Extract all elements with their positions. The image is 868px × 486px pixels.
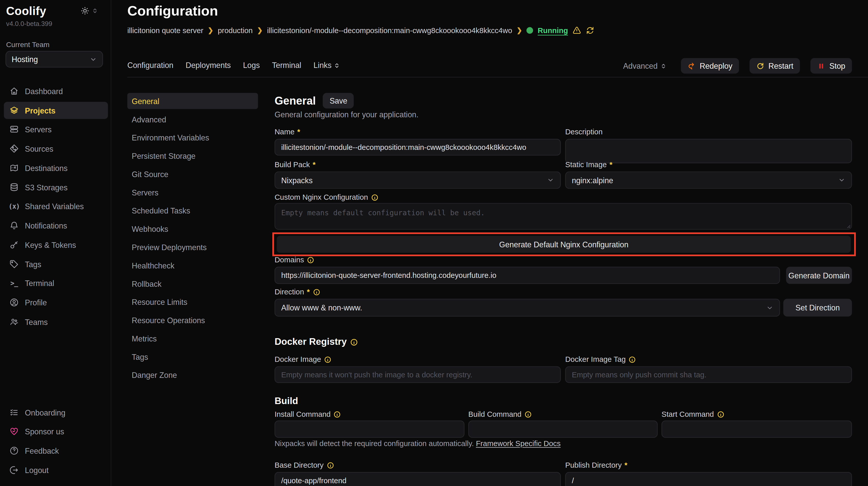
stop-button[interactable]: Stop [810, 58, 852, 73]
database-icon [9, 183, 19, 192]
subnav-item-resource-operations[interactable]: Resource Operations [127, 312, 258, 328]
sidebar-item-logout[interactable]: Logout [4, 461, 108, 479]
chevron-updown-icon [660, 63, 666, 69]
generate-nginx-config-button[interactable]: Generate Default Nginx Configuration [277, 236, 851, 253]
build-command-label: Build Command [468, 410, 532, 418]
sun-icon[interactable] [81, 7, 89, 15]
tab-links[interactable]: Links [313, 61, 340, 70]
sidebar-item-destinations[interactable]: Destinations [4, 159, 108, 176]
breadcrumb-project[interactable]: illicitonion quote server [127, 26, 204, 35]
warning-icon[interactable] [572, 26, 581, 35]
subnav-item-resource-limits[interactable]: Resource Limits [127, 294, 258, 310]
subnav-item-persistent-storage[interactable]: Persistent Storage [127, 148, 258, 164]
static-image-select[interactable]: nginx:alpine [565, 171, 852, 189]
app-version: v4.0.0-beta.399 [6, 20, 52, 28]
sidebar-item-keys-tokens[interactable]: Keys & Tokens [4, 236, 108, 253]
info-icon[interactable] [313, 288, 320, 296]
build-command-input[interactable] [468, 421, 658, 438]
subnav-item-scheduled-tasks[interactable]: Scheduled Tasks [127, 202, 258, 219]
info-icon[interactable] [371, 193, 378, 201]
build-pack-select[interactable]: Nixpacks [275, 171, 561, 189]
subnav-item-webhooks[interactable]: Webhooks [127, 221, 258, 237]
sidebar-item-sponsor[interactable]: Sponsor us [4, 423, 108, 440]
publish-directory-input[interactable] [565, 472, 852, 486]
info-icon[interactable] [307, 256, 314, 264]
general-heading-row: General Save [275, 93, 354, 108]
sidebar-item-s3-storages[interactable]: S3 Storages [4, 179, 108, 196]
section-heading-general: General [275, 94, 316, 107]
subnav-item-rollback[interactable]: Rollback [127, 276, 258, 292]
restart-button[interactable]: Restart [750, 58, 800, 73]
info-icon[interactable] [326, 461, 334, 469]
tab-bar: Configuration Deployments Logs Terminal … [127, 61, 340, 70]
docker-image-input[interactable] [275, 366, 561, 383]
nginx-config-textarea[interactable] [275, 203, 852, 229]
info-icon[interactable] [324, 355, 332, 363]
tab-logs[interactable]: Logs [243, 61, 260, 70]
team-select[interactable]: Hosting [6, 51, 103, 67]
generate-domain-button[interactable]: Generate Domain [786, 267, 852, 284]
stop-pause-icon [817, 62, 826, 70]
sidebar-item-tags[interactable]: Tags [4, 256, 108, 273]
name-input[interactable] [275, 139, 561, 156]
redeploy-button[interactable]: Redeploy [681, 58, 739, 73]
subnav-item-servers[interactable]: Servers [127, 184, 258, 200]
tab-configuration[interactable]: Configuration [127, 61, 173, 70]
subnav-item-healthcheck[interactable]: Healthcheck [127, 257, 258, 273]
subnav-item-git-source[interactable]: Git Source [127, 166, 258, 182]
info-icon[interactable] [334, 411, 341, 418]
bell-icon [9, 221, 19, 230]
map-icon [9, 163, 19, 173]
resize-handle[interactable] [845, 222, 851, 228]
set-direction-button[interactable]: Set Direction [783, 299, 852, 317]
sidebar-item-onboarding[interactable]: Onboarding [4, 404, 108, 421]
sidebar-item-shared-variables[interactable]: (x) Shared Variables [4, 197, 108, 215]
refresh-icon[interactable] [586, 26, 595, 35]
static-image-label: Static Image* [565, 161, 613, 169]
subnav-item-general[interactable]: General [127, 93, 258, 109]
save-button[interactable]: Save [323, 93, 354, 108]
subnav-item-preview-deployments[interactable]: Preview Deployments [127, 239, 258, 255]
tab-terminal[interactable]: Terminal [272, 61, 301, 70]
domains-input[interactable] [275, 267, 780, 284]
direction-select[interactable]: Allow www & non-www. [275, 299, 780, 317]
breadcrumb-environment[interactable]: production [218, 26, 253, 35]
breadcrumb-application[interactable]: illicitestonion/-module--decomposition:m… [267, 26, 512, 35]
info-icon[interactable] [717, 411, 724, 418]
sidebar-item-dashboard[interactable]: Dashboard [4, 83, 108, 99]
sidebar-item-sources[interactable]: Sources [4, 140, 108, 157]
start-command-label: Start Command [661, 410, 724, 418]
sidebar-item-servers[interactable]: Servers [4, 121, 108, 138]
help-circle-icon [9, 446, 19, 455]
description-input[interactable] [565, 139, 852, 163]
brand-logo[interactable]: Coolify [6, 4, 46, 18]
info-icon[interactable] [628, 355, 636, 363]
tab-deployments[interactable]: Deployments [186, 61, 231, 70]
chevron-right-icon: ❯ [257, 27, 263, 34]
subnav-item-environment-variables[interactable]: Environment Variables [127, 130, 258, 145]
terminal-icon: >_ [9, 279, 19, 288]
name-label: Name* [275, 128, 300, 136]
start-command-input[interactable] [661, 421, 852, 438]
base-directory-input[interactable] [275, 472, 561, 486]
restart-icon [756, 62, 765, 70]
subnav-item-tags[interactable]: Tags [127, 349, 258, 365]
sidebar-item-terminal[interactable]: >_ Terminal [4, 274, 108, 292]
status-badge[interactable]: Running [537, 26, 568, 35]
advanced-dropdown[interactable]: Advanced [623, 61, 666, 70]
sidebar-item-projects[interactable]: Projects [4, 102, 108, 119]
info-icon[interactable] [524, 411, 532, 418]
subnav-item-advanced[interactable]: Advanced [127, 111, 258, 127]
sidebar-item-teams[interactable]: Teams [4, 313, 108, 330]
sidebar-item-notifications[interactable]: Notifications [4, 217, 108, 234]
info-icon[interactable] [350, 338, 359, 346]
chevron-down-icon [838, 176, 845, 184]
docker-image-tag-input[interactable] [565, 366, 852, 383]
framework-docs-link[interactable]: Framework Specific Docs [476, 440, 561, 448]
install-command-input[interactable] [275, 421, 465, 438]
subnav-item-danger-zone[interactable]: Danger Zone [127, 367, 258, 383]
theme-chevron-updown-icon[interactable] [92, 8, 98, 14]
sidebar-item-profile[interactable]: Profile [4, 294, 108, 311]
subnav-item-metrics[interactable]: Metrics [127, 330, 258, 346]
sidebar-item-feedback[interactable]: Feedback [4, 442, 108, 459]
